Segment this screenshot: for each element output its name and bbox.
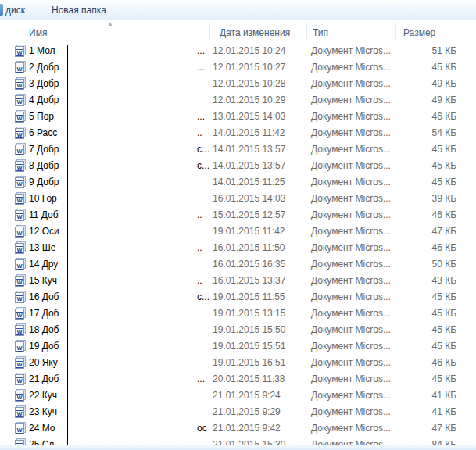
column-header-size[interactable]: Размер: [403, 27, 435, 38]
svg-text:W: W: [16, 361, 23, 368]
svg-text:W: W: [16, 230, 23, 237]
svg-text:W: W: [16, 394, 23, 401]
svg-text:W: W: [16, 427, 23, 434]
word-document-icon: W: [14, 209, 27, 225]
file-size: 39 КБ: [395, 191, 456, 207]
word-document-icon: W: [14, 94, 27, 110]
column-divider[interactable]: [306, 23, 307, 40]
file-name: 18 Доб: [29, 322, 59, 338]
column-divider[interactable]: [209, 23, 210, 40]
word-document-icon: W: [14, 291, 27, 307]
file-name: 6 Расс: [29, 125, 57, 141]
file-date-modified: 15.01.2015 12:57: [213, 207, 285, 223]
file-date-modified: 14.01.2015 11:42: [213, 125, 285, 141]
column-header-type[interactable]: Тип: [313, 27, 328, 38]
file-date-modified: 19.01.2015 16:51: [213, 355, 285, 371]
file-name: 3 Добр: [29, 76, 59, 92]
file-name: 15 Куч: [29, 273, 57, 289]
file-name: 16 Доб: [29, 289, 59, 305]
file-name-truncated-tail: ..: [197, 125, 202, 141]
column-header-date-modified[interactable]: Дата изменения: [220, 27, 290, 38]
file-name: 23 Куч: [29, 404, 57, 420]
svg-text:W: W: [16, 180, 23, 188]
file-name: 4 Добр: [29, 92, 59, 109]
file-size: 49 КБ: [395, 76, 456, 92]
file-name: 9 Добр: [29, 174, 59, 191]
word-document-icon: W: [14, 405, 27, 422]
file-name-truncated-tail: с...: [197, 158, 209, 174]
file-date-modified: 20.01.2015 11:38: [213, 371, 285, 388]
file-type: Документ Micros...: [311, 191, 391, 207]
file-size: 50 КБ: [395, 256, 456, 273]
file-name: 17 Доб: [29, 305, 59, 322]
file-size: 45 КБ: [395, 371, 456, 388]
file-type: Документ Micros...: [311, 141, 391, 158]
word-document-icon: W: [14, 389, 27, 405]
redaction-overlay: [67, 45, 195, 445]
file-type: Документ Micros...: [311, 305, 391, 322]
sort-ascending-icon: ▲: [107, 21, 113, 27]
file-date-modified: 19.01.2015 13:15: [213, 305, 285, 322]
file-type: Документ Micros...: [311, 59, 391, 76]
column-header-row: ▲ Имя Дата изменения Тип Размер: [0, 21, 476, 42]
svg-text:W: W: [16, 213, 23, 220]
word-document-icon: W: [14, 127, 27, 143]
file-size: 41 КБ: [395, 404, 456, 420]
file-name: 7 Добр: [29, 141, 59, 158]
file-type: Документ Micros...: [311, 388, 391, 404]
command-toolbar: диск Новая папка: [0, 0, 476, 20]
file-name-truncated-tail: ..: [197, 207, 202, 223]
toolbar-item-disk[interactable]: диск: [0, 2, 30, 19]
svg-text:W: W: [16, 312, 23, 319]
column-header-name[interactable]: Имя: [29, 27, 47, 38]
word-document-icon: W: [14, 61, 27, 77]
word-document-icon: W: [14, 225, 27, 241]
file-size: 46 КБ: [395, 240, 456, 256]
svg-text:W: W: [16, 246, 23, 253]
svg-text:W: W: [16, 82, 23, 89]
file-type: Документ Micros...: [311, 125, 391, 141]
svg-text:W: W: [16, 328, 23, 335]
file-name-truncated-tail: ...: [197, 43, 205, 59]
word-document-icon: W: [14, 176, 27, 192]
file-name-truncated-tail: с...: [197, 289, 209, 305]
file-date-modified: 14.01.2015 11:25: [213, 174, 285, 191]
file-name: 19 Доб: [29, 338, 59, 355]
file-date-modified: 14.01.2015 13:57: [213, 141, 285, 158]
file-size: 46 КБ: [395, 207, 456, 223]
svg-text:W: W: [16, 410, 23, 417]
file-type: Документ Micros...: [311, 76, 391, 92]
file-date-modified: 21.01.2015 9:42: [213, 420, 281, 437]
file-name: 22 Куч: [29, 388, 57, 404]
file-size: 41 КБ: [395, 388, 456, 404]
file-date-modified: 16.01.2015 13:37: [213, 273, 285, 289]
file-size: 46 КБ: [395, 355, 456, 371]
file-name: 10 Гор: [29, 191, 57, 207]
file-name: 2 Добр: [29, 59, 59, 76]
word-document-icon: W: [14, 274, 27, 291]
file-name: 1 Мол: [29, 43, 55, 59]
file-type: Документ Micros...: [311, 338, 391, 355]
word-document-icon: W: [14, 340, 27, 356]
column-divider[interactable]: [474, 23, 474, 40]
file-size: 43 КБ: [395, 273, 456, 289]
word-document-icon: W: [14, 143, 27, 159]
file-size: 45 КБ: [395, 305, 456, 322]
svg-text:W: W: [16, 115, 23, 122]
file-date-modified: 16.01.2015 11:50: [213, 240, 285, 256]
file-type: Документ Micros...: [311, 322, 391, 338]
new-folder-button[interactable]: Новая папка: [47, 2, 111, 19]
svg-text:W: W: [16, 98, 23, 105]
file-name: 11 Доб: [29, 207, 59, 223]
file-name: 20 Яку: [29, 355, 58, 371]
file-size: 47 КБ: [395, 223, 456, 240]
file-type: Документ Micros...: [311, 371, 391, 388]
file-date-modified: 12.01.2015 10:29: [213, 92, 285, 109]
word-document-icon: W: [14, 307, 27, 323]
file-type: Документ Micros...: [311, 355, 391, 371]
file-name: 24 Мо: [29, 420, 55, 437]
file-date-modified: 12.01.2015 10:27: [213, 59, 285, 76]
file-type: Документ Micros...: [311, 404, 391, 420]
word-document-icon: W: [14, 422, 27, 438]
column-divider[interactable]: [395, 23, 396, 40]
